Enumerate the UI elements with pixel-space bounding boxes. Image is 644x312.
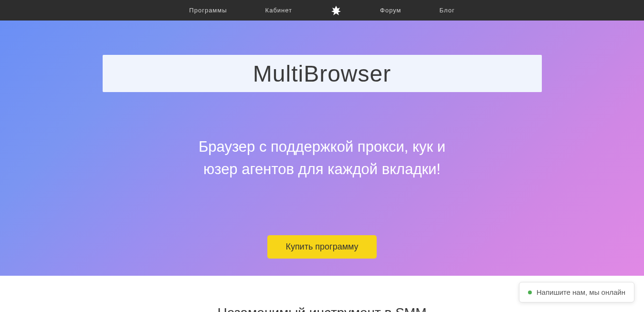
page-title: MultiBrowser <box>253 61 391 87</box>
subtitle-line-1: Браузер с поддержкой прокси, кук и <box>199 138 445 155</box>
buy-button[interactable]: Купить программу <box>267 235 376 259</box>
section-heading: Незаменимый инструмент в SMM <box>217 305 426 312</box>
online-status-icon <box>528 291 532 294</box>
hero-section: MultiBrowser Браузер с поддержкой прокси… <box>0 21 644 276</box>
navbar: Программы Кабинет Форум Блог <box>0 0 644 21</box>
logo-icon[interactable] <box>311 5 361 16</box>
nav-item-blog[interactable]: Блог <box>421 7 474 14</box>
subtitle-line-2: юзер агентов для каждой вкладки! <box>203 161 441 177</box>
hero-subtitle: Браузер с поддержкой прокси, кук и юзер … <box>199 136 445 180</box>
nav-item-programs[interactable]: Программы <box>170 7 246 14</box>
chat-widget[interactable]: Напишите нам, мы онлайн <box>519 282 634 302</box>
title-box: MultiBrowser <box>103 55 542 92</box>
nav-item-forum[interactable]: Форум <box>361 7 421 14</box>
nav-item-cabinet[interactable]: Кабинет <box>246 7 311 14</box>
chat-text: Напишите нам, мы онлайн <box>537 288 625 296</box>
